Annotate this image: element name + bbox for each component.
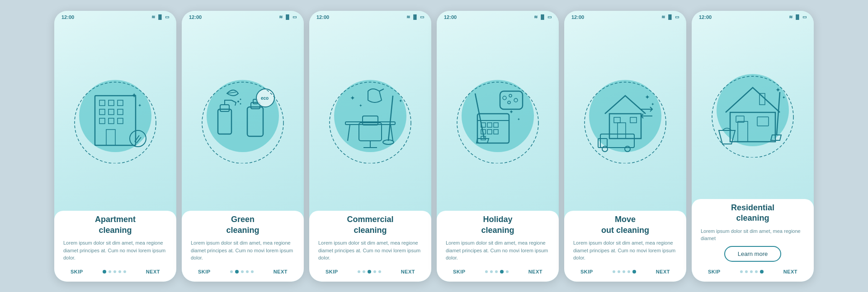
- next-btn-6[interactable]: NEXT: [783, 269, 797, 274]
- dot-2-4: [251, 270, 254, 273]
- content-6: Residentialcleaning Lorem ipsum dolor si…: [692, 199, 814, 282]
- skip-btn-4[interactable]: SKIP: [453, 269, 466, 274]
- illustration-area-4: ✦ ✦: [437, 22, 559, 211]
- skip-btn-6[interactable]: SKIP: [708, 269, 721, 274]
- svg-text:✦: ✦: [359, 103, 363, 108]
- svg-point-35: [503, 96, 506, 100]
- dot-5-1: [618, 270, 620, 273]
- svg-rect-10: [106, 130, 115, 145]
- svg-text:✦: ✦: [782, 95, 786, 100]
- illustration-area-3: ✦ ✦ ✦: [309, 22, 431, 211]
- status-bar-5: 12:00 ≋ ▐▌ ▭: [564, 11, 686, 22]
- signal-icon-5: ▐▌: [667, 14, 673, 19]
- svg-text:✦: ✦: [517, 117, 520, 121]
- dot-5-2: [623, 270, 625, 273]
- status-bar-1: 12:00 ≋ ▐▌ ▭: [54, 11, 176, 22]
- dot-1-0: [103, 270, 106, 273]
- dots-3: [358, 270, 381, 273]
- screen-apartment: 12:00 ≋ ▐▌ ▭: [54, 11, 176, 282]
- screen-commercial: 12:00 ≋ ▐▌ ▭: [309, 11, 431, 282]
- signal-icon-2: ▐▌: [284, 14, 291, 19]
- dot-3-0: [358, 270, 360, 273]
- body-5: Lorem ipsum dolor sit dim amet, mea regi…: [573, 239, 677, 262]
- next-btn-1[interactable]: NEXT: [146, 269, 160, 274]
- svg-rect-8: [108, 118, 114, 124]
- wifi-icon-6: ≋: [789, 14, 793, 19]
- skip-btn-2[interactable]: SKIP: [198, 269, 211, 274]
- learn-more-button[interactable]: Learn more: [724, 246, 781, 262]
- next-btn-3[interactable]: NEXT: [401, 269, 415, 274]
- svg-rect-15: [218, 109, 231, 134]
- dot-5-0: [613, 270, 615, 273]
- body-2: Lorem ipsum dolor sit dim amet, mea regi…: [191, 239, 295, 262]
- body-6: Lorem ipsum dolor sit dim amet, mea regi…: [701, 227, 805, 242]
- status-icons-2: ≋ ▐▌ ▭: [279, 14, 297, 19]
- screen-holiday: 12:00 ≋ ▐▌ ▭: [437, 11, 559, 282]
- illustration-area-2: eco: [182, 22, 304, 211]
- dots-4: [485, 270, 509, 273]
- content-1: Apartmentcleaning Lorem ipsum dolor sit …: [54, 211, 176, 281]
- svg-rect-7: [99, 118, 105, 124]
- time-6: 12:00: [699, 14, 712, 20]
- dot-1-3: [118, 270, 121, 273]
- time-3: 12:00: [316, 14, 329, 20]
- skip-btn-3[interactable]: SKIP: [326, 269, 338, 274]
- svg-rect-54: [630, 117, 637, 123]
- wifi-icon-2: ≋: [279, 14, 283, 19]
- signal-icon-4: ▐▌: [539, 14, 546, 19]
- dot-4-3: [500, 270, 504, 273]
- illustration-area-1: ✦ ✦: [54, 22, 176, 211]
- svg-rect-43: [494, 123, 498, 127]
- svg-rect-46: [494, 130, 498, 134]
- apartment-illustration: ✦ ✦: [68, 69, 163, 163]
- svg-point-59: [602, 146, 608, 152]
- screens-container: 12:00 ≋ ▐▌ ▭: [45, 2, 823, 291]
- dots-1: [103, 270, 126, 273]
- svg-point-18: [240, 99, 241, 100]
- title-2: Greencleaning: [191, 214, 295, 236]
- moveout-illustration: ✦ ✦: [578, 69, 673, 163]
- next-btn-2[interactable]: NEXT: [274, 269, 288, 274]
- title-1: Apartmentcleaning: [63, 214, 167, 236]
- dot-3-4: [378, 270, 381, 273]
- dot-2-2: [241, 270, 244, 273]
- content-3: Commercialcleaning Lorem ipsum dolor sit…: [309, 211, 431, 281]
- svg-point-13: [130, 130, 146, 147]
- svg-rect-4: [99, 109, 105, 115]
- svg-text:✦: ✦: [399, 98, 402, 103]
- next-btn-4[interactable]: NEXT: [528, 269, 542, 274]
- time-2: 12:00: [189, 14, 202, 20]
- status-bar-6: 12:00 ≋ ▐▌ ▭: [692, 11, 814, 22]
- svg-text:eco: eco: [261, 96, 269, 101]
- dots-6: [740, 270, 764, 273]
- svg-point-37: [514, 98, 518, 102]
- battery-icon-1: ▭: [165, 14, 169, 19]
- bottom-nav-5: SKIP NEXT: [573, 265, 677, 280]
- title-4: Holidaycleaning: [446, 214, 550, 236]
- status-bar-2: 12:00 ≋ ▐▌ ▭: [182, 11, 304, 22]
- dot-1-4: [123, 270, 126, 273]
- svg-rect-45: [487, 130, 492, 134]
- battery-icon-5: ▭: [675, 14, 679, 19]
- signal-icon-1: ▐▌: [157, 14, 163, 19]
- battery-icon-3: ▭: [420, 14, 424, 19]
- dot-1-1: [108, 270, 111, 273]
- wifi-icon-1: ≋: [151, 14, 155, 19]
- next-btn-5[interactable]: NEXT: [656, 269, 670, 274]
- dot-3-2: [368, 270, 371, 273]
- svg-rect-34: [500, 91, 523, 109]
- skip-btn-1[interactable]: SKIP: [71, 269, 83, 274]
- skip-btn-5[interactable]: SKIP: [580, 269, 593, 274]
- body-4: Lorem ipsum dolor sit dim amet, mea regi…: [446, 239, 550, 262]
- dot-2-3: [246, 270, 249, 273]
- dot-6-4: [760, 270, 764, 273]
- dot-3-3: [373, 270, 376, 273]
- dot-2-1: [235, 270, 239, 273]
- dots-5: [613, 270, 636, 273]
- bottom-nav-1: SKIP NEXT: [63, 265, 167, 280]
- svg-text:✦: ✦: [651, 102, 655, 107]
- bottom-nav-2: SKIP NEXT: [191, 265, 295, 280]
- time-4: 12:00: [444, 14, 457, 20]
- dot-4-1: [490, 270, 493, 273]
- svg-point-60: [625, 146, 630, 152]
